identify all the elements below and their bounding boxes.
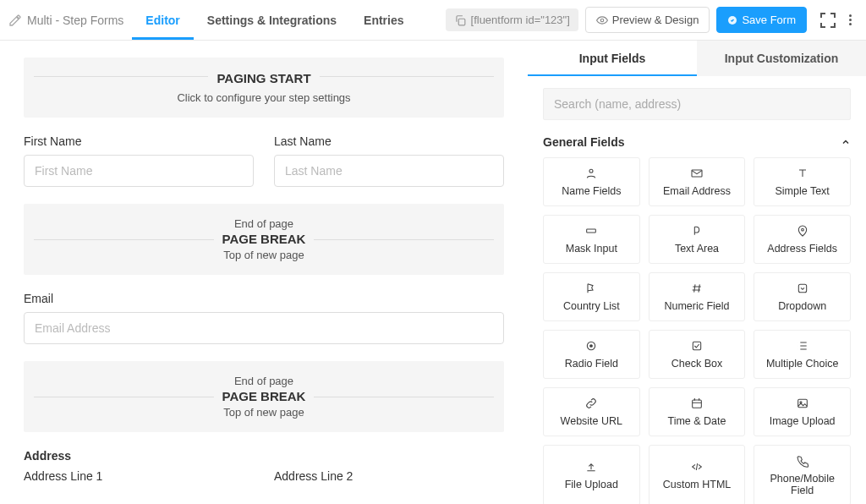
side-panel: Input Fields Input Customization General… <box>528 41 866 504</box>
chevron-up-icon <box>841 137 851 147</box>
field-search-input[interactable] <box>543 88 851 120</box>
more-menu-icon[interactable] <box>842 13 858 28</box>
field-card-label: Email Address <box>663 185 731 197</box>
email-input[interactable] <box>24 312 504 344</box>
field-card-website-url[interactable]: Website URL <box>543 387 640 436</box>
file-upload-icon <box>584 460 598 474</box>
last-name-label: Last Name <box>274 134 504 148</box>
field-card-label: Check Box <box>671 358 722 370</box>
svg-rect-7 <box>798 284 806 292</box>
eye-icon <box>596 14 608 26</box>
simple-text-icon <box>796 167 809 180</box>
country-list-icon <box>584 282 598 295</box>
field-card-label: File Upload <box>565 479 618 490</box>
field-card-simple-text[interactable]: Simple Text <box>754 157 851 206</box>
tab-entries[interactable]: Entries <box>350 0 417 40</box>
address-title: Address <box>24 449 504 463</box>
field-card-email-address[interactable]: Email Address <box>649 157 746 206</box>
radio-field-icon <box>584 339 598 353</box>
field-card-mask-input[interactable]: Mask Input <box>543 215 640 264</box>
address-line2-label: Address Line 2 <box>274 469 504 483</box>
field-card-label: Text Area <box>675 243 719 255</box>
field-card-label: Dropdown <box>778 300 826 312</box>
multiple-choice-icon <box>796 339 809 353</box>
field-card-label: Image Upload <box>770 415 836 427</box>
field-card-label: Custom HTML <box>663 479 732 490</box>
phone-mobile-field-icon <box>796 454 809 468</box>
address-line1-label: Address Line 1 <box>24 469 254 483</box>
form-title: Multi - Step Forms <box>27 14 123 27</box>
field-card-country-list[interactable]: Country List <box>543 272 640 321</box>
dropdown-icon <box>796 282 809 295</box>
form-title-block: Multi - Step Forms <box>0 14 132 27</box>
svg-rect-10 <box>693 342 700 349</box>
field-card-name-fields[interactable]: Name Fields <box>543 157 640 206</box>
first-name-label: First Name <box>24 134 254 148</box>
field-card-file-upload[interactable]: File Upload <box>543 445 640 504</box>
field-card-label: Numeric Field <box>664 300 729 312</box>
paging-start-sub: Click to configure your step settings <box>30 91 497 104</box>
last-name-input[interactable] <box>274 155 504 187</box>
numeric-field-icon <box>690 282 704 295</box>
svg-rect-4 <box>692 170 702 177</box>
shortcode-copy[interactable]: [fluentform id="123"] <box>446 8 578 31</box>
save-button[interactable]: Save Form <box>716 7 807 33</box>
field-card-label: Multiple Choice <box>766 358 838 370</box>
page-break-block-2[interactable]: End of page PAGE BREAK Top of new page <box>24 361 504 432</box>
svg-rect-11 <box>693 400 702 408</box>
field-card-label: Name Fields <box>562 185 621 197</box>
field-card-label: Phone/Mobile Field <box>758 473 847 496</box>
field-card-label: Country List <box>563 300 620 312</box>
panel-tab-input-fields[interactable]: Input Fields <box>528 41 697 76</box>
tab-settings[interactable]: Settings & Integrations <box>194 0 350 40</box>
field-card-address-fields[interactable]: Address Fields <box>754 215 851 264</box>
website-url-icon <box>584 397 598 410</box>
svg-rect-0 <box>458 19 465 25</box>
svg-point-6 <box>801 228 803 231</box>
image-upload-icon <box>796 397 809 410</box>
field-card-custom-html[interactable]: Custom HTML <box>649 445 746 504</box>
email-address-icon <box>690 167 704 180</box>
field-card-label: Mask Input <box>566 243 617 255</box>
field-card-label: Radio Field <box>565 358 618 370</box>
svg-point-9 <box>590 345 593 348</box>
field-card-label: Time & Date <box>667 415 726 427</box>
builder-canvas: PAGING START Click to configure your ste… <box>0 41 528 504</box>
paging-start-block[interactable]: PAGING START Click to configure your ste… <box>24 58 504 118</box>
first-name-input[interactable] <box>24 155 254 187</box>
name-fields-icon <box>584 167 598 180</box>
field-card-label: Website URL <box>561 415 622 427</box>
field-card-label: Address Fields <box>767 243 837 255</box>
field-card-radio-field[interactable]: Radio Field <box>543 330 640 379</box>
check-icon <box>727 15 737 25</box>
field-card-time-date[interactable]: Time & Date <box>649 387 746 436</box>
field-card-text-area[interactable]: Text Area <box>649 215 746 264</box>
field-card-phone-mobile-field[interactable]: Phone/Mobile Field <box>754 445 851 504</box>
shortcode-text: [fluentform id="123"] <box>471 14 570 26</box>
tab-editor[interactable]: Editor <box>132 0 193 40</box>
paging-start-title: PAGING START <box>208 71 319 85</box>
custom-html-icon <box>690 460 704 474</box>
field-card-label: Simple Text <box>775 185 829 197</box>
field-card-dropdown[interactable]: Dropdown <box>754 272 851 321</box>
svg-point-3 <box>589 169 593 173</box>
panel-tab-input-customization[interactable]: Input Customization <box>697 41 866 76</box>
svg-point-1 <box>600 19 604 22</box>
mask-input-icon <box>584 224 598 238</box>
section-general-fields[interactable]: General Fields <box>543 135 851 149</box>
preview-button[interactable]: Preview & Design <box>585 7 710 33</box>
field-card-check-box[interactable]: Check Box <box>649 330 746 379</box>
text-area-icon <box>690 224 704 238</box>
svg-rect-5 <box>587 229 596 233</box>
field-card-image-upload[interactable]: Image Upload <box>754 387 851 436</box>
svg-rect-12 <box>797 399 807 407</box>
page-break-block-1[interactable]: End of page PAGE BREAK Top of new page <box>24 204 504 275</box>
copy-icon <box>454 14 466 26</box>
field-card-numeric-field[interactable]: Numeric Field <box>649 272 746 321</box>
time-date-icon <box>690 397 704 410</box>
check-box-icon <box>690 339 704 353</box>
fullscreen-icon[interactable] <box>820 13 836 28</box>
email-label: Email <box>24 292 504 305</box>
edit-icon <box>8 14 22 27</box>
field-card-multiple-choice[interactable]: Multiple Choice <box>754 330 851 379</box>
